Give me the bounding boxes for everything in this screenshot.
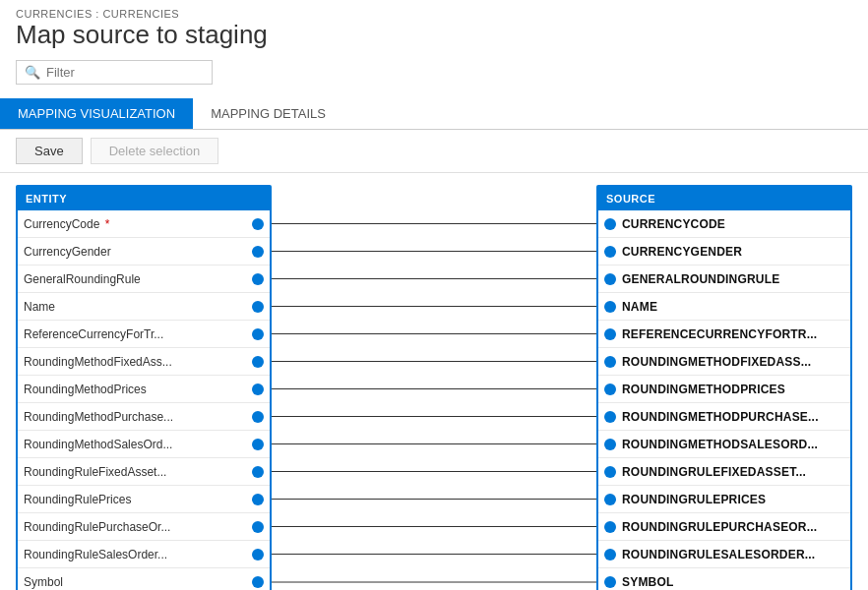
source-row: GENERALROUNDINGRULE: [598, 266, 850, 293]
entity-row-label: RoundingMethodPrices: [24, 383, 246, 396]
source-row: ROUNDINGRULESALESORDER...: [598, 541, 850, 568]
breadcrumb: CURRENCIES : CURRENCIES: [16, 8, 852, 20]
source-row: ROUNDINGRULEPURCHASEOR...: [598, 513, 850, 541]
delete-selection-button[interactable]: Delete selection: [91, 138, 219, 164]
entity-rows: CurrencyCode *CurrencyGenderGeneralRound…: [16, 210, 272, 590]
entity-row-dot: [252, 494, 264, 505]
entity-row: Name: [18, 293, 270, 321]
source-row-label: NAME: [622, 300, 844, 314]
entity-row-dot: [252, 218, 264, 230]
source-row-label: ROUNDINGMETHODPURCHASE...: [622, 410, 844, 424]
source-row-dot: [604, 466, 616, 478]
entity-row: Symbol: [18, 568, 270, 590]
entity-panel-header: ENTITY: [16, 185, 272, 210]
mapping-area: ENTITY CurrencyCode *CurrencyGenderGener…: [0, 173, 868, 590]
source-row-dot: [604, 439, 616, 450]
entity-row: RoundingMethodSalesOrd...: [18, 431, 270, 458]
connecting-lines: [272, 185, 596, 590]
entity-row: CurrencyCode *: [18, 210, 270, 238]
entity-row: RoundingRulePurchaseOr...: [18, 513, 270, 541]
tab-mapping-visualization[interactable]: MAPPING VISUALIZATION: [0, 98, 193, 129]
source-row-dot: [604, 218, 616, 230]
entity-row-label: RoundingMethodFixedAss...: [24, 355, 246, 369]
tab-mapping-details[interactable]: MAPPING DETAILS: [193, 98, 343, 129]
source-row-dot: [604, 494, 616, 505]
entity-row-dot: [252, 384, 264, 395]
entity-row-label: RoundingRuleFixedAsset...: [24, 465, 246, 479]
filter-input[interactable]: [46, 65, 204, 80]
source-row: CURRENCYCODE: [598, 210, 850, 238]
entity-row-label: RoundingRulePrices: [24, 493, 246, 506]
entity-row: RoundingRuleFixedAsset...: [18, 458, 270, 486]
entity-row-dot: [252, 549, 264, 560]
source-row-label: ROUNDINGRULEPRICES: [622, 493, 844, 506]
source-row: ROUNDINGMETHODPRICES: [598, 376, 850, 403]
source-row-label: ROUNDINGRULESALESORDER...: [622, 548, 844, 561]
source-row-label: ROUNDINGRULEFIXEDASSET...: [622, 465, 844, 479]
source-panel-header: SOURCE: [596, 185, 852, 210]
source-row: ROUNDINGRULEFIXEDASSET...: [598, 458, 850, 486]
source-row-label: SYMBOL: [622, 575, 844, 589]
entity-row: ReferenceCurrencyForTr...: [18, 321, 270, 348]
tabs-bar: MAPPING VISUALIZATION MAPPING DETAILS: [0, 98, 868, 130]
source-row-label: ROUNDINGMETHODSALESORD...: [622, 438, 844, 451]
entity-row-dot: [252, 576, 264, 588]
source-row: CURRENCYGENDER: [598, 238, 850, 266]
entity-row-label: RoundingMethodSalesOrd...: [24, 438, 246, 451]
source-row-label: ROUNDINGMETHODFIXEDASS...: [622, 355, 844, 369]
entity-row: RoundingMethodPrices: [18, 376, 270, 403]
entity-row-dot: [252, 521, 264, 533]
source-row: NAME: [598, 293, 850, 321]
entity-row-dot: [252, 301, 264, 313]
filter-box[interactable]: 🔍: [16, 60, 213, 85]
entity-row-label: Name: [24, 300, 246, 314]
entity-row-label: Symbol: [24, 575, 246, 589]
source-row-label: GENERALROUNDINGRULE: [622, 272, 844, 286]
source-row-label: CURRENCYCODE: [622, 217, 844, 231]
entity-row-label: CurrencyGender: [24, 245, 246, 259]
entity-row-label: ReferenceCurrencyForTr...: [24, 327, 246, 341]
required-indicator: *: [101, 217, 109, 231]
entity-row-dot: [252, 246, 264, 258]
entity-row-label: CurrencyCode *: [24, 217, 246, 231]
source-row-label: ROUNDINGRULEPURCHASEOR...: [622, 520, 844, 534]
save-button[interactable]: Save: [16, 138, 83, 164]
source-panel: SOURCE CURRENCYCODECURRENCYGENDERGENERAL…: [596, 185, 852, 590]
entity-row-dot: [252, 328, 264, 340]
source-row-dot: [604, 549, 616, 560]
source-row: ROUNDINGMETHODPURCHASE...: [598, 403, 850, 431]
entity-panel: ENTITY CurrencyCode *CurrencyGenderGener…: [16, 185, 272, 590]
source-row: ROUNDINGMETHODSALESORD...: [598, 431, 850, 458]
entity-row-dot: [252, 411, 264, 423]
entity-row: RoundingRulePrices: [18, 486, 270, 513]
entity-row-label: RoundingRulePurchaseOr...: [24, 520, 246, 534]
entity-row: RoundingRuleSalesOrder...: [18, 541, 270, 568]
search-icon: 🔍: [25, 65, 40, 80]
toolbar: Save Delete selection: [0, 130, 868, 173]
source-row-dot: [604, 301, 616, 313]
source-row-dot: [604, 576, 616, 588]
entity-row-dot: [252, 439, 264, 450]
source-row-dot: [604, 328, 616, 340]
entity-row-dot: [252, 273, 264, 285]
page-title: Map source to staging: [16, 20, 852, 50]
entity-row-dot: [252, 466, 264, 478]
source-row-dot: [604, 246, 616, 258]
entity-row-label: RoundingMethodPurchase...: [24, 410, 246, 424]
entity-row-label: GeneralRoundingRule: [24, 272, 246, 286]
entity-row: RoundingMethodFixedAss...: [18, 348, 270, 376]
source-rows: CURRENCYCODECURRENCYGENDERGENERALROUNDIN…: [596, 210, 852, 590]
source-row-label: CURRENCYGENDER: [622, 245, 844, 259]
source-row: ROUNDINGRULEPRICES: [598, 486, 850, 513]
source-row-dot: [604, 384, 616, 395]
source-row: REFERENCECURRENCYFORTR...: [598, 321, 850, 348]
source-row: SYMBOL: [598, 568, 850, 590]
source-row-dot: [604, 411, 616, 423]
source-row: ROUNDINGMETHODFIXEDASS...: [598, 348, 850, 376]
entity-row-label: RoundingRuleSalesOrder...: [24, 548, 246, 561]
source-row-dot: [604, 273, 616, 285]
entity-row: GeneralRoundingRule: [18, 266, 270, 293]
source-row-label: ROUNDINGMETHODPRICES: [622, 383, 844, 396]
entity-row-dot: [252, 356, 264, 368]
source-row-dot: [604, 521, 616, 533]
